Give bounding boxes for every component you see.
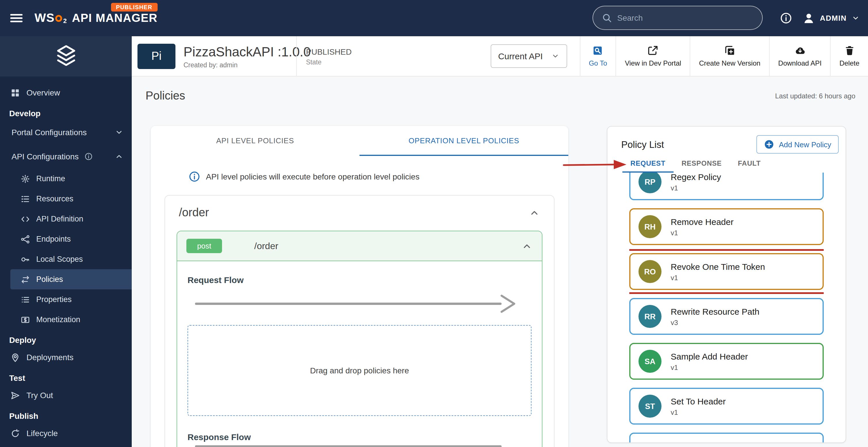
policy-card-sample-add-header[interactable]: SASample Add Headerv1 bbox=[629, 343, 824, 380]
policy-version: v1 bbox=[671, 273, 765, 281]
sidebar-item-label: Policies bbox=[36, 275, 63, 284]
policy-name: Remove Header bbox=[671, 217, 734, 227]
policy-card-wrap: STSet To Headerv1 bbox=[629, 388, 824, 424]
policy-card-revoke-one-time-token[interactable]: RORevoke One Time Tokenv1 bbox=[629, 253, 824, 290]
help-info-icon[interactable] bbox=[780, 12, 793, 24]
policy-card-wrap: RHRemove Headerv1 bbox=[629, 208, 824, 245]
wso2-logo: WS 2 API MANAGER PUBLISHER bbox=[34, 11, 158, 25]
publisher-badge: PUBLISHER bbox=[111, 3, 157, 11]
sidebar-item-lifecycle[interactable]: Lifecycle bbox=[0, 423, 132, 444]
policy-name: Regex Policy bbox=[671, 173, 721, 181]
pin-icon bbox=[10, 352, 20, 362]
layers-logo-icon bbox=[53, 43, 79, 69]
user-avatar-icon bbox=[803, 12, 815, 25]
send-icon bbox=[10, 390, 20, 400]
info-banner-text: API level policies will execute before o… bbox=[206, 172, 419, 181]
resource-accordion-header[interactable]: /order bbox=[165, 196, 554, 230]
external-icon bbox=[647, 45, 659, 56]
sidebar-item-portal-configurations[interactable]: Portal Configurations bbox=[0, 120, 132, 144]
operation-header[interactable]: post /order bbox=[177, 231, 542, 261]
user-menu[interactable]: ADMIN bbox=[803, 12, 860, 25]
plus-circle-icon bbox=[764, 139, 774, 150]
policy-flow-tabs: REQUESTRESPONSEFAULT bbox=[622, 156, 845, 173]
hamburger-menu-icon[interactable] bbox=[9, 11, 24, 25]
search-input[interactable] bbox=[617, 13, 753, 23]
policy-card-set-to-header[interactable]: STSet To Headerv1 bbox=[629, 388, 824, 424]
policy-version: v1 bbox=[671, 184, 721, 192]
list-icon bbox=[21, 194, 30, 203]
request-flow-arrow bbox=[194, 294, 517, 314]
search-box[interactable] bbox=[592, 6, 763, 30]
key-icon bbox=[21, 255, 30, 264]
policy-list-title: Policy List bbox=[621, 139, 664, 150]
policy-card-rewrite-resource-path[interactable]: RRRewrite Resource Pathv3 bbox=[629, 298, 824, 335]
api-title-block: PizzaShackAPI :1.0.0 Created by: admin bbox=[184, 44, 291, 68]
tab-operation-level-policies[interactable]: OPERATION LEVEL POLICIES bbox=[360, 126, 568, 156]
policy-card-wrap: RORevoke One Time Tokenv1 bbox=[629, 253, 824, 290]
sidebar-item-label: Overview bbox=[27, 88, 60, 97]
policy-dropzone[interactable]: Drag and drop policies here bbox=[188, 325, 531, 416]
current-api-select[interactable]: Current API bbox=[491, 44, 567, 68]
divider bbox=[296, 36, 297, 76]
sidebar-item-label: Runtime bbox=[36, 174, 65, 183]
resource-accordion: /order post /order Request Flow Drag and… bbox=[164, 195, 555, 447]
annotation-arrow bbox=[562, 156, 630, 173]
copyplus-icon bbox=[724, 45, 736, 56]
sidebar-item-label: Deployments bbox=[27, 353, 73, 362]
sidebar-item-api-definition[interactable]: API Definition bbox=[10, 209, 132, 229]
sidebar-item-label: Resources bbox=[36, 195, 73, 203]
policy-card-regex-policy[interactable]: RPRegex Policyv1 bbox=[629, 173, 824, 200]
policy-card-remove-header[interactable]: RHRemove Headerv1 bbox=[629, 208, 824, 245]
api-title: PizzaShackAPI :1.0.0 bbox=[184, 44, 291, 60]
create-new-version-button[interactable]: Create New Version bbox=[690, 36, 769, 76]
go-to-button[interactable]: Go To bbox=[580, 36, 616, 76]
logo-subscript: 2 bbox=[63, 17, 67, 24]
goto-icon bbox=[592, 45, 604, 56]
chevron-down-icon bbox=[851, 14, 860, 23]
policy-name: Rewrite Resource Path bbox=[671, 306, 759, 316]
sidebar-item-overview[interactable]: Overview bbox=[0, 82, 132, 103]
sidebar-nav: OverviewDevelopPortal ConfigurationsAPI … bbox=[0, 77, 132, 444]
tab-fault[interactable]: FAULT bbox=[730, 156, 769, 173]
sidebar-item-properties[interactable]: Properties bbox=[10, 289, 132, 309]
sidebar-item-endpoints[interactable]: Endpoints bbox=[10, 229, 132, 249]
action-label: Create New Version bbox=[699, 59, 760, 67]
delete-button[interactable]: Delete bbox=[830, 36, 868, 76]
tab-request[interactable]: REQUEST bbox=[622, 156, 674, 173]
sidebar-item-resources[interactable]: Resources bbox=[10, 189, 132, 209]
sidebar-item-label: API Configurations bbox=[11, 152, 79, 161]
sidebar: OverviewDevelopPortal ConfigurationsAPI … bbox=[0, 36, 132, 447]
sidebar-section-publish: Publish bbox=[0, 406, 132, 423]
chevron-up-icon bbox=[115, 152, 124, 161]
policy-version: v3 bbox=[671, 319, 759, 326]
policy-card-partial[interactable] bbox=[629, 433, 824, 442]
policy-card-wrap: RPRegex Policyv1 bbox=[629, 173, 824, 200]
policy-version: v1 bbox=[671, 408, 725, 416]
swap-icon bbox=[21, 275, 30, 284]
sidebar-item-runtime[interactable]: Runtime bbox=[10, 169, 132, 189]
request-flow-label: Request Flow bbox=[188, 275, 531, 285]
sidebar-item-label: Endpoints bbox=[36, 235, 71, 243]
sidebar-item-try-out[interactable]: Try Out bbox=[0, 385, 132, 406]
action-label: Download API bbox=[778, 59, 822, 67]
sidebar-item-api-configurations[interactable]: API Configurations bbox=[0, 144, 132, 169]
sidebar-item-policies[interactable]: Policies bbox=[10, 269, 132, 289]
chevron-up-icon bbox=[529, 207, 540, 218]
main-content: Policies Last updated: 6 hours ago API L… bbox=[132, 77, 868, 447]
sidebar-item-monetization[interactable]: Monetization bbox=[10, 309, 132, 330]
policy-version: v1 bbox=[671, 363, 748, 371]
view-in-dev-portal-button[interactable]: View in Dev Portal bbox=[616, 36, 690, 76]
response-flow-arrow bbox=[194, 444, 517, 447]
info-icon bbox=[189, 171, 200, 182]
tab-api-level-policies[interactable]: API LEVEL POLICIES bbox=[151, 126, 360, 156]
tab-response[interactable]: RESPONSE bbox=[674, 156, 730, 173]
sidebar-item-local-scopes[interactable]: Local Scopes bbox=[10, 249, 132, 269]
code-icon bbox=[21, 214, 30, 224]
download-api-button[interactable]: Download API bbox=[769, 36, 830, 76]
sidebar-item-deployments[interactable]: Deployments bbox=[0, 347, 132, 367]
action-label: Go To bbox=[589, 59, 607, 67]
policy-avatar: RO bbox=[639, 260, 661, 283]
policy-avatar: RP bbox=[639, 173, 661, 193]
add-new-policy-button[interactable]: Add New Policy bbox=[756, 135, 839, 154]
sidebar-logo[interactable] bbox=[0, 36, 132, 77]
